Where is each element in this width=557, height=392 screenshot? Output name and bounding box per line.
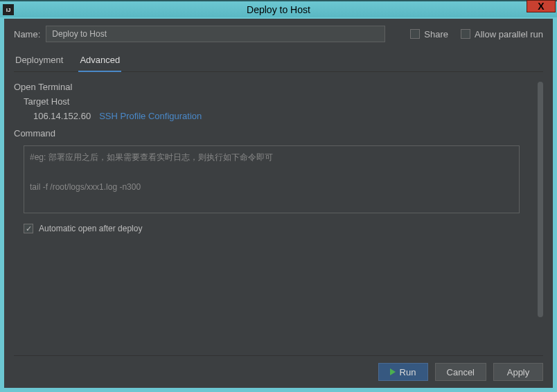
app-icon: IJ [3,4,14,15]
scrollbar[interactable] [538,82,543,317]
name-label: Name: [14,29,40,39]
command-textarea[interactable] [24,145,520,213]
cancel-button[interactable]: Cancel [435,363,486,381]
tab-advanced[interactable]: Advanced [78,52,121,72]
open-terminal-section: Open Terminal [14,82,543,92]
apply-button[interactable]: Apply [493,363,543,381]
play-icon [390,368,396,375]
window-title: Deploy to Host [247,4,310,15]
button-bar: Run Cancel Apply [14,355,543,381]
run-button[interactable]: Run [378,363,428,381]
name-row: Name: Share Allow parallel run [14,26,543,42]
allow-parallel-label: Allow parallel run [475,29,543,39]
ssh-profile-link[interactable]: SSH Profile Configuration [99,111,202,121]
window-frame: IJ Deploy to Host X Name: Share Allow pa… [0,0,557,392]
auto-open-checkbox[interactable] [24,224,33,233]
share-checkbox[interactable] [410,29,420,39]
title-bar[interactable]: IJ Deploy to Host X [0,0,557,17]
share-option: Share [410,29,448,39]
allow-parallel-checkbox[interactable] [461,29,470,39]
target-host-ip: 106.14.152.60 [33,111,91,121]
content-area: Open Terminal Target Host 106.14.152.60 … [14,82,543,355]
auto-open-row: Automatic open after deploy [24,224,543,233]
close-button[interactable]: X [527,0,556,12]
target-host-label: Target Host [24,96,543,107]
command-label: Command [14,128,543,139]
run-button-label: Run [400,367,416,377]
tab-deployment[interactable]: Deployment [14,52,64,71]
share-label: Share [424,29,448,39]
auto-open-label: Automatic open after deploy [39,224,142,233]
name-input[interactable] [46,26,385,42]
dialog-body: Name: Share Allow parallel run Deploymen… [4,19,553,388]
tabs: Deployment Advanced [14,52,543,72]
allow-parallel-option: Allow parallel run [461,29,543,39]
